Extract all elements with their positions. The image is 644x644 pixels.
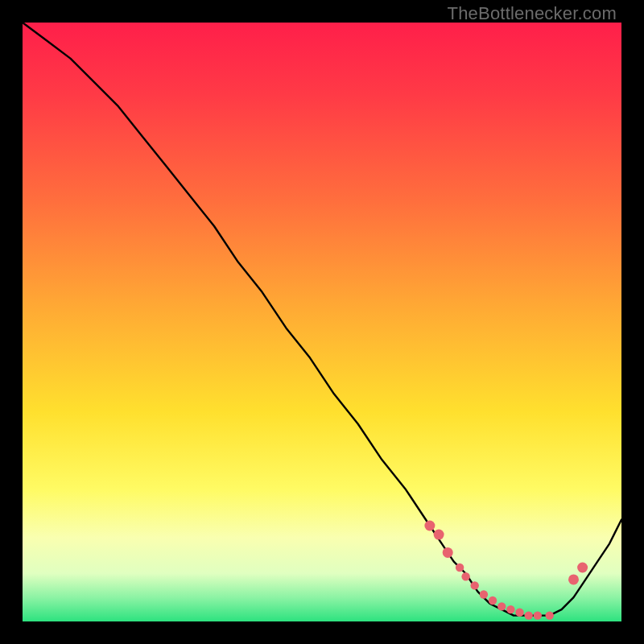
chart-svg xyxy=(23,23,621,621)
data-marker xyxy=(489,597,497,605)
plot-area xyxy=(23,23,621,621)
data-marker xyxy=(546,611,554,619)
data-marker xyxy=(461,572,469,580)
data-marker xyxy=(443,547,453,558)
data-marker xyxy=(434,530,444,540)
curve-line xyxy=(23,23,621,616)
data-marker xyxy=(471,581,479,589)
data-marker xyxy=(525,611,533,619)
data-marker xyxy=(456,564,464,572)
data-marker xyxy=(577,563,588,573)
marker-group xyxy=(424,521,588,620)
data-marker xyxy=(515,609,523,617)
data-marker xyxy=(568,574,579,584)
data-marker xyxy=(506,605,514,613)
data-marker xyxy=(497,602,506,610)
data-marker xyxy=(480,590,488,598)
watermark-text: TheBottlenecker.com xyxy=(448,3,617,24)
data-marker xyxy=(534,611,542,619)
data-marker xyxy=(424,521,435,531)
chart-frame: TheBottlenecker.com xyxy=(0,0,644,644)
